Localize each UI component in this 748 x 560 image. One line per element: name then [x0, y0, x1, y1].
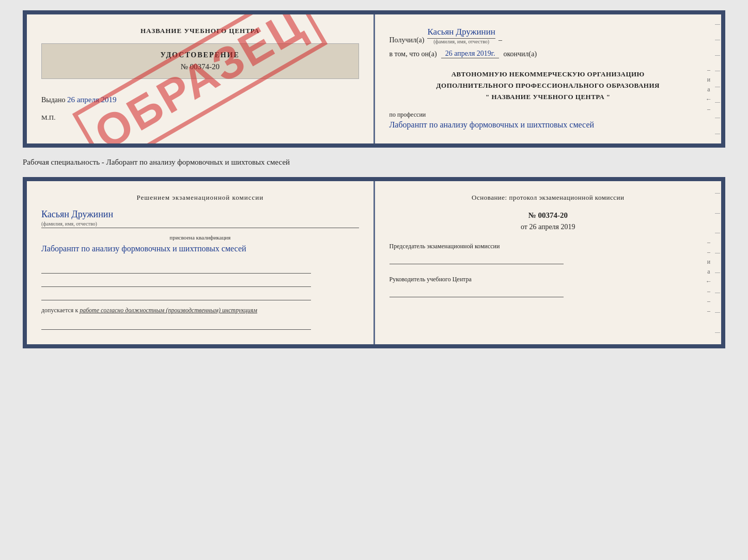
- right-spine-bottom: [714, 181, 721, 344]
- chairman-label: Председатель экзаменационной комиссии: [389, 242, 707, 251]
- side-letters: – и а ← –: [706, 66, 712, 113]
- received-prefix: Получил(а): [389, 36, 425, 44]
- protocol-number: № 00374-20: [389, 211, 707, 220]
- fio-hint-bottom: (фамилия, имя, отчество): [41, 221, 359, 228]
- profession-value: Лаборанпт по анализу формовочных и шихтп…: [389, 119, 707, 131]
- spine-line: [715, 213, 720, 214]
- received-fio-hint: (фамилия, имя, отчество): [433, 39, 489, 44]
- chairman-sig-line: [389, 254, 564, 264]
- chairman-block: Председатель экзаменационной комиссии: [389, 242, 707, 264]
- допуск-prefix: допускается к: [41, 307, 78, 314]
- cert-title: УДОСТОВЕРЕНИЕ: [52, 51, 348, 59]
- issued-date: Выдано 26 апреля 2019: [41, 95, 359, 104]
- top-left-panel: НАЗВАНИЕ УЧЕБНОГО ЦЕНТРА УДОСТОВЕРЕНИЕ №…: [27, 14, 375, 143]
- spine-line: [715, 233, 720, 233]
- issued-label: Выдано: [41, 96, 66, 104]
- cert-number: № 00374-20: [52, 62, 348, 71]
- received-line: Получил(а) Касьян Дружинин (фамилия, имя…: [389, 27, 707, 44]
- date-handwritten: 26 апреля 2019г.: [441, 50, 500, 58]
- certificate-box: УДОСТОВЕРЕНИЕ № 00374-20: [41, 43, 359, 79]
- head-block: Руководитель учебного Центра: [389, 275, 707, 297]
- issued-date-value: 26 апреля 2019: [67, 95, 117, 104]
- spine-line: [715, 312, 720, 313]
- spine-line: [715, 87, 720, 87]
- underline-row-bottom: [41, 318, 311, 330]
- received-dash: –: [498, 36, 502, 44]
- org-line3: " НАЗВАНИЕ УЧЕБНОГО ЦЕНТРА ": [389, 91, 707, 103]
- spine-line: [715, 118, 720, 118]
- spine-line: [715, 293, 720, 293]
- top-document: НАЗВАНИЕ УЧЕБНОГО ЦЕНТРА УДОСТОВЕРЕНИЕ №…: [23, 10, 725, 148]
- bottom-document: Решением экзаменационной комиссии Касьян…: [23, 177, 725, 348]
- spine-line: [715, 273, 720, 273]
- osnov-title: Основание: протокол экзаменационной коми…: [389, 194, 707, 202]
- received-name: Касьян Дружинин: [427, 27, 495, 39]
- spine-line: [715, 193, 720, 194]
- protocol-date-value: 26 апреля 2019: [529, 223, 575, 231]
- underline-row: [41, 262, 311, 274]
- spine-line: [715, 71, 720, 71]
- qual-value: Лаборанпт по анализу формовочных и шихтп…: [41, 243, 359, 255]
- mp-label: М.П.: [41, 114, 359, 122]
- protocol-date-prefix: от: [521, 223, 527, 231]
- head-sig-line: [389, 287, 564, 297]
- date-line: в том, что он(а) 26 апреля 2019г. окончи…: [389, 50, 707, 58]
- bottom-left-panel: Решением экзаменационной комиссии Касьян…: [27, 181, 375, 344]
- qual-label: присвоена квалификация: [41, 234, 359, 241]
- date-prefix: в том, что он(а): [389, 50, 437, 58]
- spine-line: [715, 134, 720, 134]
- right-spine: [714, 14, 721, 143]
- bottom-lines: [41, 262, 359, 300]
- underline-row: [41, 276, 311, 287]
- допуск-text: допускается к работе согласно должностны…: [41, 307, 359, 314]
- protocol-date: от 26 апреля 2019: [389, 223, 707, 231]
- допуск-value: работе согласно должностным (производств…: [80, 307, 257, 314]
- profession-label: по профессии: [389, 111, 707, 119]
- underline-row: [41, 289, 311, 300]
- spine-line: [715, 40, 720, 40]
- top-left-title: НАЗВАНИЕ УЧЕБНОГО ЦЕНТРА: [41, 27, 359, 35]
- spine-line: [715, 253, 720, 253]
- profession-section: по профессии Лаборанпт по анализу формов…: [389, 111, 707, 131]
- spine-line: [715, 102, 720, 103]
- decision-title: Решением экзаменационной комиссии: [41, 194, 359, 202]
- specialty-text: Рабочая специальность - Лаборант по анал…: [23, 156, 725, 169]
- spine-line: [715, 332, 720, 333]
- side-letters-bottom: – – и а ← – – –: [706, 238, 712, 315]
- org-line1: АВТОНОМНУЮ НЕКОММЕРЧЕСКУЮ ОРГАНИЗАЦИЮ: [389, 69, 707, 80]
- bottom-right-panel: Основание: протокол экзаменационной коми…: [375, 181, 722, 344]
- org-block: АВТОНОМНУЮ НЕКОММЕРЧЕСКУЮ ОРГАНИЗАЦИЮ ДО…: [389, 69, 707, 103]
- org-line2: ДОПОЛНИТЕЛЬНОГО ПРОФЕССИОНАЛЬНОГО ОБРАЗО…: [389, 80, 707, 91]
- person-name-bottom: Касьян Дружинин: [41, 209, 359, 220]
- date-suffix: окончил(а): [503, 50, 537, 58]
- head-label: Руководитель учебного Центра: [389, 275, 707, 284]
- spine-line: [715, 24, 720, 25]
- spine-line: [715, 55, 720, 56]
- top-right-panel: Получил(а) Касьян Дружинин (фамилия, имя…: [375, 14, 722, 143]
